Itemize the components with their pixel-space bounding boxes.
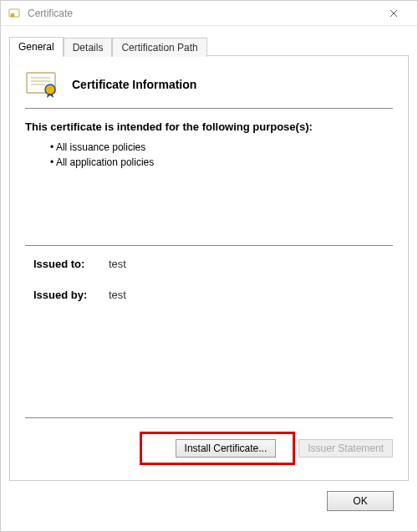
- tab-strip: General Details Certification Path: [9, 36, 409, 56]
- tab-general[interactable]: General: [9, 37, 64, 57]
- close-button[interactable]: [377, 2, 410, 25]
- certificate-titlebar-icon: [8, 7, 21, 20]
- ok-button[interactable]: OK: [327, 491, 394, 511]
- tab-certification-path[interactable]: Certification Path: [112, 38, 206, 57]
- certificate-icon: [25, 71, 60, 98]
- general-panel: Certificate Information This certificate…: [9, 55, 409, 481]
- purpose-item: All issuance policies: [50, 140, 393, 155]
- issued-to-row: Issued to: test: [33, 258, 385, 270]
- window-title: Certificate: [28, 8, 377, 19]
- cert-info-header: Certificate Information: [25, 71, 393, 109]
- issued-to-value: test: [109, 258, 126, 270]
- certificate-dialog: Certificate General Details Certificatio…: [0, 0, 418, 532]
- tab-details[interactable]: Details: [64, 38, 113, 57]
- purpose-item: All application policies: [50, 155, 393, 170]
- dialog-footer: OK: [9, 481, 409, 523]
- close-icon: [390, 9, 398, 18]
- issued-by-value: test: [109, 289, 126, 301]
- install-certificate-button[interactable]: Install Certificate...: [176, 439, 277, 458]
- svg-point-1: [11, 13, 14, 17]
- issued-by-label: Issued by:: [33, 289, 99, 301]
- content-area: General Details Certification Path Certi…: [1, 26, 417, 531]
- divider: [25, 245, 393, 246]
- titlebar: Certificate: [1, 1, 417, 26]
- action-row: Install Certificate... Issuer Statement: [25, 432, 393, 465]
- svg-point-8: [45, 84, 55, 95]
- purpose-heading: This certificate is intended for the fol…: [25, 120, 393, 133]
- issued-to-label: Issued to:: [33, 258, 99, 270]
- issuer-statement-button: Issuer Statement: [298, 439, 393, 458]
- issued-info: Issued to: test Issued by: test: [25, 254, 393, 323]
- cert-info-title: Certificate Information: [72, 78, 196, 91]
- install-highlight: Install Certificate...: [140, 432, 296, 465]
- divider: [25, 417, 393, 418]
- purpose-list: All issuance policies All application po…: [25, 140, 393, 170]
- issued-by-row: Issued by: test: [33, 289, 385, 301]
